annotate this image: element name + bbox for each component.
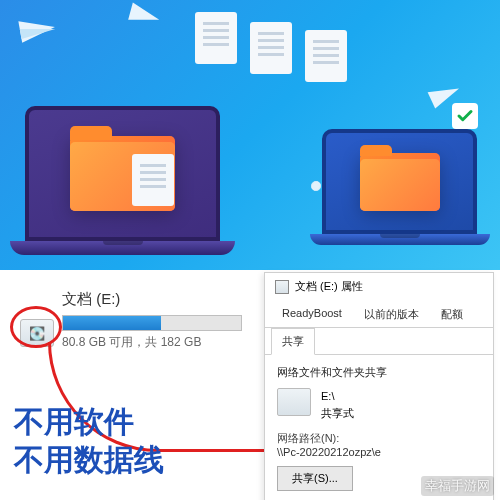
storage-bar (62, 315, 242, 331)
document-icon (195, 12, 237, 64)
slogan: 不用软件 不用数据线 (14, 403, 164, 478)
document-icon (132, 154, 174, 206)
dialog-tabs: ReadyBoost 以前的版本 配额 (265, 300, 493, 328)
laptop-source (25, 106, 235, 255)
document-icon (250, 22, 292, 74)
tab-quota[interactable]: 配额 (430, 301, 474, 328)
tab-readyboost[interactable]: ReadyBoost (271, 301, 353, 328)
section-network-sharing: 网络文件和文件夹共享 (277, 365, 481, 380)
share-status: 共享式 (321, 405, 354, 422)
document-icon (305, 30, 347, 82)
drive-icon (277, 388, 311, 416)
drive-icon[interactable]: 💽 (20, 319, 54, 347)
drive-title: 文档 (E:) (62, 290, 250, 309)
storage-text: 80.8 GB 可用，共 182 GB (62, 334, 250, 351)
tab-sharing[interactable]: 共享 (271, 328, 315, 355)
hero-illustration (0, 0, 500, 270)
tab-previous-versions[interactable]: 以前的版本 (353, 301, 430, 328)
paper-plane-icon (128, 2, 162, 27)
slogan-line-2: 不用数据线 (14, 441, 164, 479)
laptop-target (322, 129, 490, 245)
folder-icon (360, 153, 440, 211)
dialog-title: 文档 (E:) 属性 (295, 279, 363, 294)
drive-icon (275, 280, 289, 294)
properties-dialog: 文档 (E:) 属性 ReadyBoost 以前的版本 配额 共享 网络文件和文… (264, 272, 494, 500)
watermark: 幸福手游网 (421, 476, 494, 496)
share-button[interactable]: 共享(S)... (277, 466, 353, 491)
slogan-line-1: 不用软件 (14, 403, 164, 441)
network-path-label: 网络路径(N): (277, 431, 481, 446)
drive-panel: 文档 (E:) 💽 80.8 GB 可用，共 182 GB (20, 290, 250, 351)
checkmark-icon (452, 103, 478, 129)
share-name: E:\ (321, 388, 354, 405)
dialog-titlebar: 文档 (E:) 属性 (265, 273, 493, 300)
network-path-value: \\Pc-20220212ozpz\e (277, 446, 481, 458)
paper-plane-icon (18, 15, 56, 43)
